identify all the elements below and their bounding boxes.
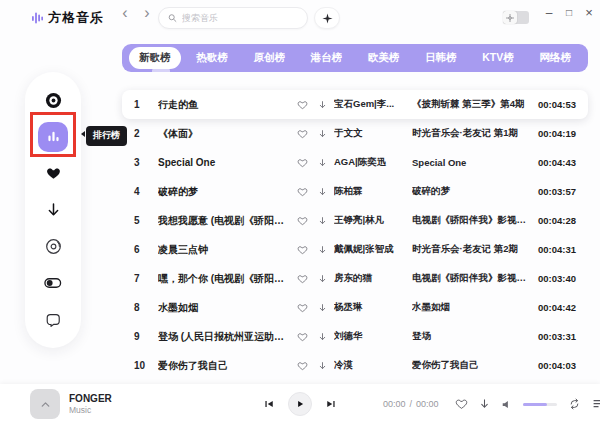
song-row[interactable]: 1 行走的鱼 宝石Gem|李... 《披荆斩棘 第三季》第4期 00:04:53 bbox=[122, 90, 588, 119]
song-row[interactable]: 7 嘿，那个你 (电视剧《骄阳伴我》... 房东的猫 电视剧《骄阳伴我》影视原声… bbox=[122, 264, 588, 293]
song-row[interactable]: 9 登场 (人民日报杭州亚运助威曲) 刘德华 登场 00:03:31 bbox=[122, 322, 588, 351]
song-title: 登场 (人民日报杭州亚运助威曲) bbox=[158, 330, 290, 344]
next-icon bbox=[325, 398, 337, 410]
tab-item[interactable]: KTV榜 bbox=[472, 47, 524, 69]
download-arrow-icon bbox=[318, 274, 327, 284]
song-list: 1 行走的鱼 宝石Gem|李... 《披荆斩棘 第三季》第4期 00:04:53… bbox=[122, 90, 588, 380]
song-row[interactable]: 10 爱你伤了我自己 冷漠 爱你伤了我自己 00:04:03 bbox=[122, 351, 588, 380]
favorite-icon[interactable] bbox=[294, 129, 310, 139]
sidebar-item-favorites[interactable] bbox=[38, 158, 68, 188]
repeat-button[interactable] bbox=[568, 398, 581, 410]
tab-item[interactable]: 新歌榜 bbox=[129, 47, 181, 69]
download-arrow-icon bbox=[318, 100, 327, 110]
download-track-button[interactable] bbox=[479, 398, 490, 410]
favorite-icon[interactable] bbox=[294, 361, 310, 371]
heart-outline-icon bbox=[297, 187, 308, 197]
search-box[interactable] bbox=[158, 7, 308, 29]
sidebar-item-feedback[interactable] bbox=[38, 305, 68, 335]
download-icon[interactable] bbox=[314, 332, 330, 342]
playback-time: 00:00 / 00:00 bbox=[383, 399, 439, 409]
volume-button[interactable] bbox=[501, 399, 512, 410]
favorite-icon[interactable] bbox=[294, 303, 310, 313]
song-index: 2 bbox=[134, 128, 154, 139]
song-title: 嘿，那个你 (电视剧《骄阳伴我》... bbox=[158, 272, 290, 286]
album-thumbnail[interactable] bbox=[30, 389, 60, 419]
download-icon[interactable] bbox=[314, 216, 330, 226]
download-icon[interactable] bbox=[314, 187, 330, 197]
previous-track-button[interactable] bbox=[263, 398, 275, 410]
window-close-button[interactable]: × bbox=[580, 3, 598, 23]
play-icon bbox=[295, 399, 305, 409]
logo-soundbars-icon bbox=[32, 11, 43, 25]
active-tab-indicator bbox=[152, 68, 170, 72]
favorite-icon[interactable] bbox=[294, 100, 310, 110]
theme-toggle[interactable] bbox=[503, 11, 529, 24]
download-arrow-icon bbox=[318, 361, 327, 371]
favorite-icon[interactable] bbox=[294, 245, 310, 255]
song-artist: 戴佩妮|张智成 bbox=[334, 243, 408, 256]
sidebar-item-recent[interactable] bbox=[38, 232, 68, 262]
song-album: 登场 bbox=[412, 330, 530, 343]
nav-back-button[interactable]: ‹ bbox=[116, 4, 134, 22]
favorite-icon[interactable] bbox=[294, 158, 310, 168]
nav-forward-button[interactable]: › bbox=[138, 4, 156, 22]
download-icon[interactable] bbox=[314, 100, 330, 110]
search-input[interactable] bbox=[182, 13, 298, 23]
favorite-icon[interactable] bbox=[294, 274, 310, 284]
sidebar-item-discover[interactable] bbox=[38, 85, 68, 115]
heart-outline-icon bbox=[297, 216, 308, 226]
download-icon[interactable] bbox=[314, 158, 330, 168]
sidebar-item-mode-toggle[interactable] bbox=[38, 268, 68, 298]
heart-outline-icon bbox=[297, 245, 308, 255]
next-track-button[interactable] bbox=[325, 398, 337, 410]
tab-item[interactable]: 原创榜 bbox=[243, 47, 295, 69]
player-subtitle: Music bbox=[69, 405, 112, 415]
song-album: 电视剧《骄阳伴我》影视原声大碟 bbox=[412, 272, 530, 285]
speaker-icon bbox=[501, 399, 512, 410]
song-recognition-button[interactable] bbox=[314, 7, 340, 29]
sidebar-item-ranking[interactable] bbox=[38, 122, 68, 152]
sparkle-icon bbox=[322, 13, 333, 24]
elapsed-time: 00:00 bbox=[383, 399, 406, 409]
sidebar-item-downloads[interactable] bbox=[38, 195, 68, 225]
download-icon[interactable] bbox=[314, 129, 330, 139]
heart-icon bbox=[46, 166, 61, 180]
play-button[interactable] bbox=[288, 392, 312, 416]
favorite-track-button[interactable] bbox=[455, 398, 468, 410]
favorite-icon[interactable] bbox=[294, 216, 310, 226]
chevron-up-icon bbox=[39, 398, 52, 411]
download-icon[interactable] bbox=[314, 274, 330, 284]
player-right-controls bbox=[455, 392, 600, 416]
song-row[interactable]: 8 水墨如烟 杨丞琳 水墨如烟 00:04:42 bbox=[122, 293, 588, 322]
download-arrow-icon bbox=[46, 202, 61, 218]
song-artist: 冷漠 bbox=[334, 359, 408, 372]
tab-item[interactable]: 热歌榜 bbox=[186, 47, 238, 69]
tab-item[interactable]: 日韩榜 bbox=[415, 47, 467, 69]
window-minimize-button[interactable]: – bbox=[540, 3, 558, 23]
song-row[interactable]: 5 我想我愿意 (电视剧《骄阳伴我》... 王铮亮|林凡 电视剧《骄阳伴我》影视… bbox=[122, 206, 588, 235]
song-index: 4 bbox=[134, 186, 154, 197]
download-arrow-icon bbox=[318, 187, 327, 197]
song-row[interactable]: 6 凌晨三点钟 戴佩妮|张智成 时光音乐会·老友记 第2期 00:04:31 bbox=[122, 235, 588, 264]
download-icon[interactable] bbox=[314, 361, 330, 371]
tab-item[interactable]: 欧美榜 bbox=[358, 47, 410, 69]
volume-slider[interactable] bbox=[523, 403, 557, 406]
ranking-tooltip: 排行榜 bbox=[86, 126, 127, 146]
song-row[interactable]: 2 《体面》 于文文 时光音乐会·老友记 第1期 00:04:19 bbox=[122, 119, 588, 148]
song-artist: 宝石Gem|李... bbox=[334, 98, 408, 111]
song-artist: 刘德华 bbox=[334, 330, 408, 343]
favorite-icon[interactable] bbox=[294, 187, 310, 197]
download-arrow-icon bbox=[318, 245, 327, 255]
window-maximize-button[interactable]: □ bbox=[560, 3, 578, 23]
favorite-icon[interactable] bbox=[294, 332, 310, 342]
song-row[interactable]: 3 Special One AGA|陈奕迅 Special One 00:04:… bbox=[122, 148, 588, 177]
tab-item[interactable]: 港台榜 bbox=[301, 47, 353, 69]
download-icon[interactable] bbox=[314, 245, 330, 255]
download-icon[interactable] bbox=[314, 303, 330, 313]
song-row[interactable]: 4 破碎的梦 陈柏霖 破碎的梦 00:03:57 bbox=[122, 177, 588, 206]
player-bar: FONGER Music bbox=[0, 384, 600, 424]
tab-item[interactable]: 网络榜 bbox=[529, 47, 581, 69]
tab-bar: 新歌榜 热歌榜 原创榜 港台榜 欧美榜 日韩榜 KTV榜 网络榜 bbox=[122, 44, 588, 72]
download-arrow-icon bbox=[479, 398, 490, 410]
playlist-button[interactable] bbox=[592, 398, 600, 410]
